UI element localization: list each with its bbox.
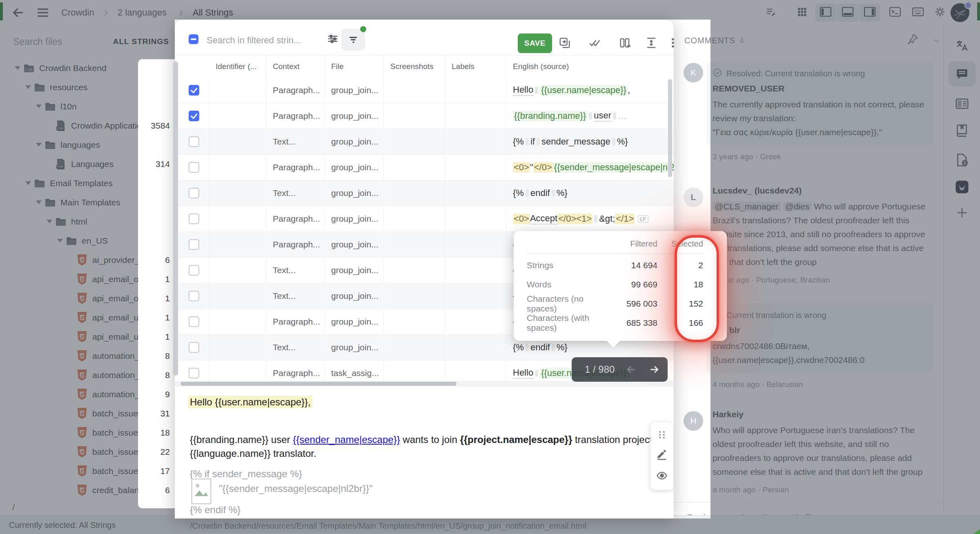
row-checkbox[interactable] [189,136,199,147]
identifier-cell [209,283,266,309]
row-checkbox[interactable] [189,265,199,276]
file-cell: group_join... [325,335,384,360]
table-header: Identifier (... Context File Screenshots… [175,55,674,78]
table-row[interactable]: Paragraph...group_join...Hello{{user.nam… [175,78,674,103]
page-indicator: 1 / 980 [585,364,615,375]
column-labels[interactable]: Labels [445,55,506,78]
space-marker [535,369,538,377]
stat-label: Characters (no spaces) [527,294,596,314]
identifier-cell [209,360,266,381]
table-row[interactable]: Paragraph...group_join...{{branding.name… [175,103,674,129]
identifier-cell [209,206,266,231]
preview-paragraph-line2: {{language.name}} translator. [190,448,316,459]
avatar: H [684,411,703,431]
row-checkbox[interactable] [189,214,199,224]
screenshots-cell [384,335,445,360]
file-string-count: 8 [165,346,170,365]
view-settings-icon[interactable] [327,33,339,45]
space-marker [552,189,555,197]
column-file[interactable]: File [325,55,384,78]
checkbox-cell [175,180,209,206]
preview-code-message: "{{sender_message|escape|nl2br}}" [219,483,372,494]
space-marker [526,189,529,197]
labels-cell [445,309,506,334]
checkbox-cell [175,232,209,257]
table-row[interactable]: Paragraph...group_join...<0>Accept</0><1… [175,206,674,232]
file-cell: group_join... [325,258,384,283]
labels-cell [445,232,506,257]
space-marker [537,138,540,145]
strings-search-input[interactable]: Search in filtered strin... [207,35,301,46]
horizontal-scrollbar[interactable] [175,381,674,387]
file-cell: group_join... [325,180,384,206]
screenshots-cell [384,155,445,180]
save-button[interactable]: SAVE [518,33,552,53]
file-cell: group_join... [325,78,384,103]
source-word: Accept [530,213,557,225]
labels-cell [445,206,506,231]
row-checkbox[interactable] [189,162,199,173]
sidebar-scrollbar[interactable] [173,61,178,376]
file-string-count: 22 [160,442,170,461]
file-cell: group_join... [325,232,384,257]
context-cell: Paragraph... [266,103,325,129]
column-english-source[interactable]: English (source) [506,55,674,78]
table-row[interactable]: Paragraph...group_join...<0>"</0>{{sende… [175,155,674,180]
next-page-icon[interactable] [648,363,660,376]
row-checkbox[interactable] [189,111,199,121]
horizontal-scrollbar-thumb[interactable] [180,382,457,386]
preview-highlight-line: Hello {{user.name|escape}}, [190,396,312,408]
labels-cell [445,258,506,283]
source-cell: {%ifsender_message%} [506,129,674,154]
column-identifier[interactable]: Identifier (... [209,55,266,78]
row-checkbox[interactable] [189,291,199,301]
more-menu-icon[interactable] [667,37,679,49]
screenshots-cell [384,129,445,154]
file-cell: group_join... [325,155,384,180]
file-string-count: 314 [156,154,170,174]
table-scrollbar[interactable] [668,79,672,177]
file-cell: group_join... [325,103,384,129]
stat-filtered-value: 99 669 [596,280,657,289]
previous-page-icon[interactable] [625,363,637,376]
space-marker [589,112,592,120]
duplicate-icon[interactable] [559,37,571,49]
row-checkbox[interactable] [189,342,199,353]
file-string-count: 6 [165,250,170,269]
preview-toolbar [650,423,673,490]
row-checkbox[interactable] [189,188,199,198]
pagination: 1 / 980 [572,357,668,382]
sender-name-link[interactable]: {{sender_name|escape}} [293,434,400,445]
edit-icon[interactable] [656,449,668,460]
source-text: {% [513,342,524,353]
expand-rows-icon[interactable] [645,37,657,49]
space-marker [613,112,616,120]
dim-overlay-bottom [0,518,980,534]
select-all-checkbox[interactable] [189,34,198,44]
screenshots-cell [384,258,445,283]
context-cell: Text... [266,283,325,309]
stat-filtered-value: 685 338 [596,318,657,328]
source-text: endif [530,188,550,198]
red-highlight-annotation [675,235,719,342]
row-checkbox[interactable] [189,368,199,378]
double-check-icon[interactable] [589,37,601,49]
context-cell: Paragraph... [266,78,325,103]
labels-cell [445,360,506,381]
column-screenshots[interactable]: Screenshots [384,55,445,78]
eye-icon[interactable] [656,470,668,481]
context-cell: Paragraph... [266,309,325,334]
preview-text: {{project.name|escape}} [460,434,572,445]
source-word: user [594,110,611,122]
tag-token: </0><1> [557,214,592,224]
table-row[interactable]: Text...group_join...{%ifsender_message%} [175,129,674,155]
column-context[interactable]: Context [266,55,325,78]
row-checkbox[interactable] [189,85,199,96]
table-row[interactable]: Text...group_join...{%endif%} [175,180,674,206]
space-marker [526,344,529,351]
row-checkbox[interactable] [189,316,199,327]
drag-handle-icon[interactable] [656,429,668,441]
identifier-cell [209,335,266,360]
row-checkbox[interactable] [189,239,199,250]
split-columns-icon[interactable] [619,37,631,49]
